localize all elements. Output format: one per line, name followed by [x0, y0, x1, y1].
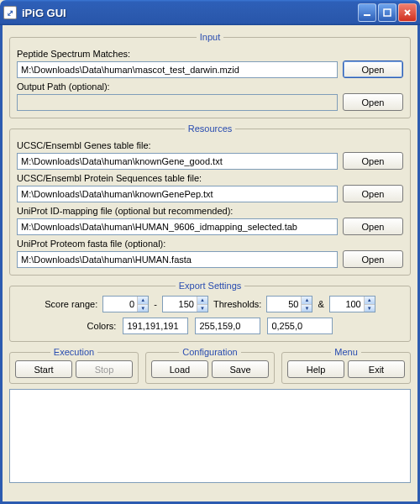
score-max-spinner[interactable]: ▲▼ — [162, 296, 208, 312]
color1-input[interactable] — [123, 318, 188, 334]
genes-label: UCSC/Ensembl Genes table file: — [17, 140, 403, 150]
proteom-open-button[interactable]: Open — [343, 250, 403, 268]
minimize-button[interactable] — [358, 3, 376, 22]
spin-down-icon[interactable]: ▼ — [197, 304, 207, 312]
psm-label: Peptide Spectrum Matches: — [17, 49, 403, 59]
configuration-group: Configuration Load Save — [145, 347, 275, 384]
output-input[interactable] — [17, 94, 338, 111]
start-button[interactable]: Start — [15, 360, 72, 378]
genes-input[interactable] — [17, 153, 338, 170]
idmap-label: UniProt ID-mapping file (optional but re… — [17, 206, 403, 216]
score-min-spinner[interactable]: ▲▼ — [102, 296, 149, 312]
svg-rect-1 — [384, 9, 391, 16]
thresholds-label: Thresholds: — [213, 299, 261, 309]
resources-group: Resources UCSC/Ensembl Genes table file:… — [9, 123, 411, 276]
stop-button: Stop — [76, 360, 133, 378]
exit-button[interactable]: Exit — [348, 360, 405, 378]
window-title: iPiG GUI — [22, 7, 66, 19]
spin-up-icon[interactable]: ▲ — [302, 297, 312, 304]
output-open-button[interactable]: Open — [343, 93, 403, 111]
save-button[interactable]: Save — [212, 360, 269, 378]
menu-group: Menu Help Exit — [281, 347, 411, 384]
color3-input[interactable] — [267, 318, 333, 334]
genes-open-button[interactable]: Open — [343, 152, 403, 170]
spin-down-icon[interactable]: ▼ — [365, 304, 375, 312]
resources-legend: Resources — [185, 123, 236, 134]
psm-input[interactable] — [17, 61, 338, 78]
dash-label: - — [154, 299, 157, 309]
proteom-input[interactable] — [17, 251, 338, 268]
maximize-button[interactable] — [378, 3, 396, 22]
help-button[interactable]: Help — [287, 360, 344, 378]
spin-down-icon[interactable]: ▼ — [302, 304, 312, 312]
threshold2-input[interactable] — [330, 297, 364, 312]
psm-open-button[interactable]: Open — [343, 60, 403, 78]
spin-up-icon[interactable]: ▲ — [138, 297, 148, 304]
export-group: Export Settings Score range: ▲▼ - ▲▼ Thr… — [9, 281, 411, 342]
spin-up-icon[interactable]: ▲ — [365, 297, 375, 304]
threshold1-input[interactable] — [267, 297, 301, 312]
input-group: Input Peptide Spectrum Matches: Open Out… — [9, 32, 411, 118]
spin-down-icon[interactable]: ▼ — [138, 304, 148, 312]
input-legend: Input — [197, 32, 223, 42]
idmap-input[interactable] — [17, 218, 338, 235]
score-range-label: Score range: — [45, 299, 97, 309]
colors-label: Colors: — [87, 321, 117, 331]
log-textarea[interactable] — [9, 389, 411, 483]
score-min-input[interactable] — [103, 297, 137, 312]
protseq-label: UCSC/Ensembl Protein Sequences table fil… — [17, 173, 403, 183]
app-icon: ⤢ — [3, 6, 17, 19]
titlebar: ⤢ iPiG GUI — [0, 0, 420, 25]
execution-legend: Execution — [50, 347, 97, 357]
output-label: Output Path (optional): — [17, 81, 403, 92]
color2-input[interactable] — [195, 318, 260, 334]
load-button[interactable]: Load — [151, 360, 208, 378]
configuration-legend: Configuration — [179, 347, 240, 357]
client-area: Input Peptide Spectrum Matches: Open Out… — [0, 25, 420, 504]
spin-up-icon[interactable]: ▲ — [197, 297, 207, 304]
menu-legend: Menu — [331, 347, 361, 357]
protseq-input[interactable] — [17, 186, 338, 202]
export-legend: Export Settings — [176, 281, 245, 291]
protseq-open-button[interactable]: Open — [343, 185, 403, 202]
svg-rect-0 — [364, 14, 370, 16]
execution-group: Execution Start Stop — [9, 347, 139, 384]
close-button[interactable] — [398, 3, 417, 22]
idmap-open-button[interactable]: Open — [343, 218, 403, 235]
amp-label: & — [318, 299, 323, 309]
threshold1-spinner[interactable]: ▲▼ — [266, 296, 312, 312]
proteom-label: UniProt Proteom fasta file (optional): — [17, 239, 403, 249]
score-max-input[interactable] — [163, 297, 197, 312]
threshold2-spinner[interactable]: ▲▼ — [329, 296, 375, 312]
